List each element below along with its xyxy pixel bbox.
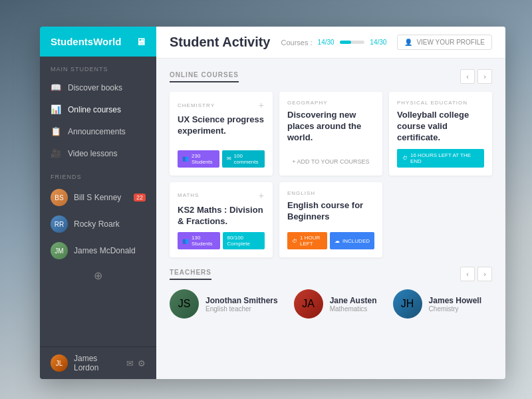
- course-footer-3: 👥 130 Students 80/100 Complete: [178, 232, 265, 249]
- course-card-2: PHYSICAL EDUCATION Volleyball college co…: [389, 92, 492, 176]
- sidebar-item-video-label: Video lessons: [68, 149, 118, 158]
- course-add-btn-0[interactable]: +: [259, 100, 265, 110]
- friend-name-2: James McDonald: [74, 246, 136, 255]
- teacher-role-2: Chemistry: [429, 305, 481, 313]
- add-to-courses-btn[interactable]: + ADD TO YOUR COURSES: [287, 156, 374, 168]
- students-icon-3: 👥: [182, 238, 189, 244]
- course-card-4: ENGLISH English course for Beginners ⏱ 1…: [279, 182, 382, 258]
- course-stats-0: 👥 230 Students ✉ 100 comments: [178, 150, 265, 168]
- friend-avatar-0: BS: [51, 189, 68, 206]
- main-students-label: MAIN STUDENTS: [40, 57, 156, 76]
- teacher-role-1: Mathematics: [330, 305, 377, 313]
- students-icon: 👥: [182, 156, 189, 162]
- course-category-1: GEOGRAPHY: [287, 100, 374, 106]
- video-icon: 🎥: [51, 148, 61, 158]
- teacher-avatar-2: JH: [393, 289, 422, 319]
- teacher-item-2: JH James Howell Chemistry: [393, 289, 481, 319]
- teachers-grid: JS Jonothan Smithers English teacher JA …: [170, 289, 492, 319]
- sidebar-item-video[interactable]: 🎥 Video lessons: [40, 142, 156, 164]
- course-footer-0: 👥 230 Students ✉ 100 comments: [178, 150, 265, 168]
- settings-icon[interactable]: ⚙: [138, 358, 146, 368]
- teacher-info-1: Jane Austen Mathematics: [330, 296, 377, 313]
- teacher-info-0: Jonothan Smithers English teacher: [205, 296, 278, 313]
- course-title-1: Discovering new places around the world.: [287, 110, 374, 150]
- courses-label: Courses :: [281, 39, 313, 47]
- announcements-icon: 📋: [51, 126, 61, 136]
- course-add-btn-3[interactable]: +: [259, 190, 265, 201]
- friend-item-0[interactable]: BS Bill S Kenney 22: [40, 184, 156, 211]
- courses-next-button[interactable]: ›: [477, 69, 492, 84]
- courses-icon: 📊: [51, 104, 61, 114]
- time-icon-4: ⏱: [292, 238, 297, 244]
- friend-avatar-2: JM: [51, 242, 68, 259]
- courses-prev-button[interactable]: ‹: [460, 69, 475, 84]
- course-title-2: Volleyball college course valid certific…: [397, 110, 484, 144]
- course-category-4: ENGLISH: [287, 190, 374, 196]
- sidebar-item-announcements[interactable]: 📋 Announcements: [40, 120, 156, 142]
- course-title-3: KS2 Maths : Division & Fractions.: [178, 205, 265, 227]
- stat-students-3: 👥 130 Students: [178, 232, 220, 249]
- teachers-next-button[interactable]: ›: [477, 267, 492, 281]
- cloud-icon-4: ☁: [334, 238, 340, 244]
- current-user-name: James Lordon: [74, 354, 120, 372]
- sidebar-footer-icons: ✉ ⚙: [126, 358, 146, 368]
- comments-icon: ✉: [227, 156, 231, 162]
- add-friend-button[interactable]: ⊕: [40, 264, 156, 287]
- course-category-3: MATHS +: [178, 190, 265, 201]
- progress-bar-fill: [340, 41, 352, 44]
- teachers-prev-button[interactable]: ‹: [460, 267, 475, 281]
- teacher-item-1: JA Jane Austen Mathematics: [294, 289, 377, 319]
- friend-name-0: Bill S Kenney: [74, 193, 121, 202]
- teacher-info-2: James Howell Chemistry: [429, 296, 481, 313]
- main-header: Student Activity Courses : 14/30 14/30 👤…: [156, 27, 505, 59]
- stat-included-4: ☁ INCLUDED: [330, 232, 374, 249]
- content-area: ONLINE COURSES ‹ › CHEMISTRY + UX Scienc…: [156, 59, 505, 379]
- friend-item-1[interactable]: RR Rocky Roark: [40, 211, 156, 237]
- course-card-0: CHEMISTRY + UX Science progress experime…: [170, 92, 273, 176]
- courses-progress: Courses : 14/30 14/30: [281, 39, 387, 47]
- course-footer-4: ⏱ 1 HOUR LEFT ☁ INCLUDED: [287, 232, 374, 249]
- stat-comments-0: ✉ 100 comments: [222, 150, 265, 168]
- teacher-name-1: Jane Austen: [330, 296, 377, 305]
- messages-icon[interactable]: ✉: [126, 358, 134, 368]
- sidebar-item-announcements-label: Announcements: [68, 127, 126, 136]
- stat-time-4: ⏱ 1 HOUR LEFT: [287, 232, 327, 249]
- online-courses-title: ONLINE COURSES: [170, 71, 239, 82]
- sidebar-footer: JL James Lordon ✉ ⚙: [40, 346, 156, 379]
- teacher-role-0: English teacher: [205, 305, 278, 313]
- current-user-avatar: JL: [51, 354, 68, 372]
- friend-badge-0: 22: [134, 194, 146, 201]
- course-card-1: GEOGRAPHY Discovering new places around …: [279, 92, 382, 176]
- sidebar-logo: StudentsWorld 🖥: [40, 27, 156, 57]
- courses-nav-arrows: ‹ ›: [460, 69, 492, 84]
- app-container: StudentsWorld 🖥 MAIN STUDENTS 📖 Discover…: [40, 27, 505, 379]
- time-badge-2: ⏱ 16 HOURS LEFT AT THE END: [397, 149, 484, 168]
- logo-icon: 🖥: [136, 36, 146, 47]
- sidebar-item-online[interactable]: 📊 Online courses: [40, 98, 156, 120]
- teachers-section-header: TEACHERS ‹ ›: [170, 267, 492, 281]
- profile-icon: 👤: [404, 39, 412, 46]
- course-category-2: PHYSICAL EDUCATION: [397, 100, 484, 106]
- course-stats-3: 👥 130 Students 80/100 Complete: [178, 232, 265, 249]
- sidebar: StudentsWorld 🖥 MAIN STUDENTS 📖 Discover…: [40, 27, 156, 379]
- course-footer-1: + ADD TO YOUR COURSES: [287, 156, 374, 168]
- teachers-title: TEACHERS: [170, 269, 211, 280]
- friend-item-2[interactable]: JM James McDonald: [40, 237, 156, 264]
- view-profile-button[interactable]: 👤 VIEW YOUR PROFILE: [397, 35, 492, 50]
- friend-name-1: Rocky Roark: [74, 219, 120, 229]
- friends-label: FRIENDS: [40, 164, 156, 184]
- course-stats-4: ⏱ 1 HOUR LEFT ☁ INCLUDED: [287, 232, 374, 249]
- sidebar-item-discover-label: Discover books: [68, 83, 122, 92]
- progress-value: 14/30: [370, 39, 386, 46]
- main-content: Student Activity Courses : 14/30 14/30 👤…: [156, 27, 505, 379]
- stat-complete-3: 80/100 Complete: [223, 232, 265, 249]
- book-icon: 📖: [51, 82, 61, 92]
- course-title-0: UX Science progress experiment.: [178, 114, 265, 145]
- sidebar-item-discover[interactable]: 📖 Discover books: [40, 76, 156, 98]
- course-title-4: English course for Beginners: [287, 200, 374, 227]
- page-title: Student Activity: [170, 35, 271, 50]
- teacher-item-0: JS Jonothan Smithers English teacher: [170, 289, 278, 319]
- teacher-avatar-0: JS: [170, 289, 199, 319]
- stat-students-0: 👥 230 Students: [178, 150, 219, 168]
- view-profile-label: VIEW YOUR PROFILE: [416, 39, 485, 46]
